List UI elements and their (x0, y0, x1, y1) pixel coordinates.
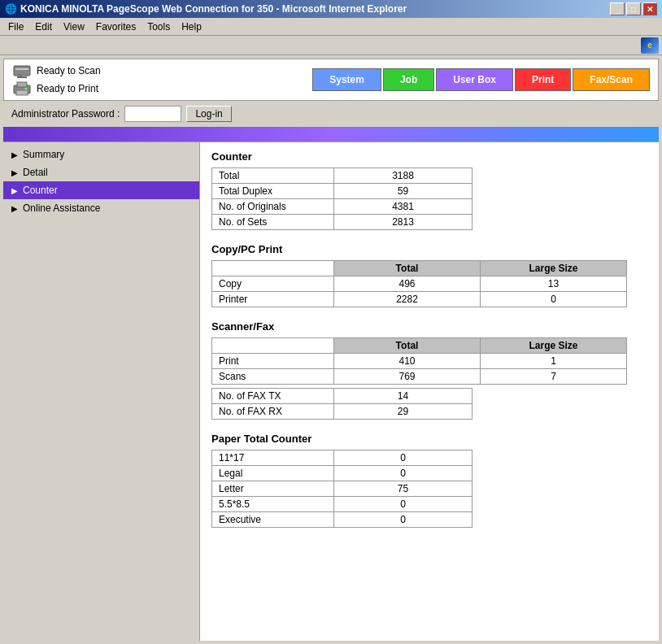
scanner-fax-title: Scanner/Fax (211, 320, 647, 333)
sidebar-item-summary[interactable]: ▶ Summary (3, 146, 199, 163)
sf-print-total: 410 (334, 354, 481, 369)
device-status: Ready to Scan Ready to Print (12, 63, 101, 97)
sf-scans-label: Scans (212, 369, 334, 385)
table-row: No. of FAX TX 14 (212, 389, 473, 404)
sidebar-item-online-assistance[interactable]: ▶ Online Assistance (3, 199, 199, 217)
sf-header-large-size: Large Size (481, 338, 627, 354)
nav-tabs: System Job User Box Print Fax/Scan (312, 68, 650, 91)
paper-letter-label: Letter (212, 481, 334, 497)
ie-logo: e (641, 37, 659, 54)
paper-11x17-label: 11*17 (212, 450, 334, 466)
admin-password-label: Administrator Password : (11, 108, 120, 120)
copy-header-blank (212, 261, 334, 276)
sf-scans-large: 7 (481, 369, 627, 385)
admin-password-input[interactable] (124, 106, 181, 122)
sf-header-total: Total (334, 338, 481, 354)
menu-favorites[interactable]: Favorites (91, 20, 141, 34)
sidebar-item-counter[interactable]: ▶ Counter (3, 181, 199, 199)
sidebar-label-counter: Counter (23, 185, 58, 196)
arrow-icon-summary: ▶ (11, 150, 18, 159)
table-row: No. of FAX RX 29 (212, 404, 473, 420)
copy-pc-print-section: Copy/PC Print Total Large Size Copy 496 … (211, 243, 647, 307)
sidebar-label-summary: Summary (23, 149, 64, 160)
svg-rect-1 (15, 68, 28, 70)
paper-total-section: Paper Total Counter 11*17 0 Legal 0 Lett… (211, 433, 647, 528)
sidebar-label-online-assistance: Online Assistance (23, 202, 100, 214)
svg-point-7 (25, 88, 28, 90)
paper-total-title: Paper Total Counter (211, 433, 647, 445)
ie-toolbar: e (0, 36, 662, 55)
sf-header-blank (212, 338, 334, 354)
sidebar-label-detail: Detail (23, 167, 48, 178)
counter-table: Total 3188 Total Duplex 59 No. of Origin… (211, 168, 473, 230)
copy-pc-print-table: Total Large Size Copy 496 13 Printer 228… (211, 260, 627, 307)
window-icon: 🌐 (5, 3, 17, 15)
scanner-fax-section: Scanner/Fax Total Large Size Print 410 1… (211, 320, 647, 420)
printer-row-label: Printer (212, 292, 334, 307)
fax-rx-label: No. of FAX RX (212, 404, 334, 420)
paper-executive-label: Executive (212, 512, 334, 528)
sidebar-item-detail[interactable]: ▶ Detail (3, 163, 199, 181)
tab-fax-scan[interactable]: Fax/Scan (573, 68, 650, 91)
paper-executive-value: 0 (334, 512, 473, 528)
copy-pc-print-title: Copy/PC Print (211, 243, 647, 255)
sf-scans-total: 769 (334, 369, 481, 385)
paper-legal-label: Legal (212, 466, 334, 481)
ready-to-print-text: Ready to Print (37, 83, 98, 94)
table-header-row: Total Large Size (212, 261, 627, 276)
tab-job[interactable]: Job (383, 68, 434, 91)
maximize-button[interactable]: □ (626, 2, 641, 15)
paper-5x8-value: 0 (334, 497, 473, 512)
body-layout: ▶ Summary ▶ Detail ▶ Counter ▶ Online As… (3, 141, 659, 641)
counter-sets-label: No. of Sets (212, 215, 334, 230)
printer-row-total: 2282 (334, 292, 481, 307)
tab-print[interactable]: Print (515, 68, 571, 91)
ready-to-scan-text: Ready to Scan (37, 65, 101, 76)
window-title-bar: 🌐 KONICA MINOLTA PageScope Web Connectio… (0, 0, 662, 18)
paper-5x8-label: 5.5*8.5 (212, 497, 334, 512)
tab-system[interactable]: System (312, 68, 381, 91)
menu-edit[interactable]: Edit (30, 20, 57, 34)
fax-rows-table: No. of FAX TX 14 No. of FAX RX 29 (211, 388, 473, 420)
counter-total-value: 3188 (334, 168, 473, 184)
table-header-row: Total Large Size (212, 338, 627, 354)
table-row: Total 3188 (212, 168, 473, 184)
table-row: Executive 0 (212, 512, 473, 528)
scanner-fax-table: Total Large Size Print 410 1 Scans 769 7 (211, 337, 627, 385)
content-area: Counter Total 3188 Total Duplex 59 No. o… (200, 142, 659, 641)
paper-total-table: 11*17 0 Legal 0 Letter 75 5.5*8.5 0 (211, 450, 473, 528)
table-row: 11*17 0 (212, 450, 473, 466)
menu-help[interactable]: Help (176, 20, 207, 34)
menu-file[interactable]: File (3, 20, 28, 34)
copy-header-total: Total (334, 261, 481, 276)
window-controls[interactable]: _ □ ✕ (610, 2, 657, 15)
paper-11x17-value: 0 (334, 450, 473, 466)
menu-view[interactable]: View (59, 20, 89, 34)
menu-tools[interactable]: Tools (142, 20, 175, 34)
menu-bar: File Edit View Favorites Tools Help (0, 18, 662, 36)
table-row: Printer 2282 0 (212, 292, 627, 307)
header-area: Ready to Scan Ready to Print System Job … (3, 59, 659, 101)
svg-rect-6 (16, 90, 28, 95)
arrow-icon-online-assistance: ▶ (11, 204, 18, 213)
minimize-button[interactable]: _ (610, 2, 625, 15)
counter-title: Counter (211, 150, 647, 163)
table-row: 5.5*8.5 0 (212, 497, 473, 512)
scan-status-row: Ready to Scan (12, 63, 101, 79)
sf-print-label: Print (212, 354, 334, 369)
printer-icon (12, 80, 32, 97)
login-button[interactable]: Log-in (186, 106, 231, 122)
counter-originals-label: No. of Originals (212, 199, 334, 215)
counter-sets-value: 2813 (334, 215, 473, 230)
sf-print-large: 1 (481, 354, 627, 369)
table-row: Scans 769 7 (212, 369, 627, 385)
svg-rect-3 (17, 76, 27, 78)
paper-legal-value: 0 (334, 466, 473, 481)
svg-rect-5 (17, 82, 27, 87)
counter-duplex-label: Total Duplex (212, 184, 334, 199)
fax-tx-value: 14 (334, 389, 473, 404)
close-button[interactable]: ✕ (642, 2, 657, 15)
fax-tx-label: No. of FAX TX (212, 389, 334, 404)
tab-user-box[interactable]: User Box (436, 68, 513, 91)
table-row: No. of Originals 4381 (212, 199, 473, 215)
